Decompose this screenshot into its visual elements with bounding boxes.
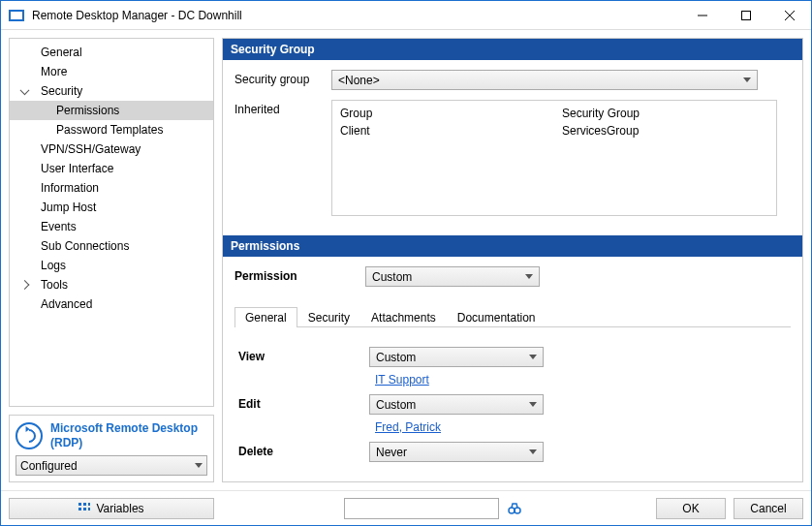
perm-view-value: Custom [376,351,416,364]
perm-edit-value: Custom [376,398,416,412]
connection-status-value: Configured [20,459,78,473]
perm-edit-who-link[interactable]: Fred, Patrick [369,420,544,434]
perm-edit-label: Edit [238,394,369,411]
tab-general[interactable]: General [234,307,297,327]
perm-edit-select[interactable]: Custom [369,394,544,415]
titlebar: Remote Desktop Manager - DC Downhill [1,1,811,30]
perm-delete-label: Delete [238,442,369,458]
perm-view-select[interactable]: Custom [369,347,544,367]
search-input[interactable] [344,498,499,519]
security-group-header: Security Group [223,39,802,60]
svg-rect-1 [741,11,750,19]
connection-status-select[interactable]: Configured [16,455,207,476]
nav-item-ui[interactable]: User Interface [10,159,213,178]
chevron-down-icon [195,463,203,468]
dialog-footer: Variables OK Cancel [1,490,811,525]
nav-item-general[interactable]: General [10,43,213,62]
perm-view-who-link[interactable]: IT Support [369,373,544,387]
chevron-down-icon [529,402,537,407]
search-button[interactable] [503,498,526,519]
app-icon [9,10,24,21]
variables-label: Variables [96,502,143,515]
chevron-down-icon [529,449,537,454]
nav-item-more[interactable]: More [10,62,213,81]
connection-info-panel: Microsoft Remote Desktop (RDP) Configure… [9,415,214,482]
maximize-button[interactable] [724,1,767,29]
cancel-button[interactable]: Cancel [734,498,803,519]
window-controls [680,1,811,29]
tab-attachments[interactable]: Attachments [360,307,447,327]
ok-button[interactable]: OK [656,498,726,519]
variables-button[interactable]: Variables [9,498,214,519]
security-group-select[interactable]: <None> [331,70,758,90]
nav-item-logs[interactable]: Logs [10,256,213,275]
grid-icon [78,503,90,514]
window-title: Remote Desktop Manager - DC Downhill [32,9,680,22]
nav-item-events[interactable]: Events [10,217,213,236]
svg-point-4 [509,508,515,513]
inherited-col2-header: Security Group [562,105,768,122]
connection-type-label: Microsoft Remote Desktop (RDP) [50,421,207,449]
nav-item-sub-connections[interactable]: Sub Connections [10,236,213,256]
binoculars-icon [508,502,521,515]
permissions-header: Permissions [223,235,802,257]
nav-item-tools[interactable]: Tools [10,275,213,294]
permission-label: Permission [234,266,365,283]
inherited-label: Inherited [234,100,331,116]
minimize-button[interactable] [680,1,724,29]
inherited-row-sg: ServicesGroup [562,122,768,139]
permission-tabs: General Security Attachments Documentati… [234,306,791,327]
nav-item-permissions[interactable]: Permissions [10,101,213,120]
nav-item-password-templates[interactable]: Password Templates [10,120,213,139]
chevron-down-icon [525,274,533,279]
nav-item-advanced[interactable]: Advanced [10,294,213,314]
tab-security[interactable]: Security [297,307,360,327]
inherited-col1-header: Group [340,105,547,122]
perm-view-label: View [238,347,369,363]
chevron-down-icon [743,77,751,82]
rdp-icon [16,422,43,449]
security-group-label: Security group [234,70,331,86]
permission-select[interactable]: Custom [365,266,540,287]
perm-delete-select[interactable]: Never [369,442,544,462]
nav-item-vpn[interactable]: VPN/SSH/Gateway [10,139,213,159]
chevron-down-icon [529,355,537,359]
tab-documentation[interactable]: Documentation [447,307,547,327]
nav-tree: General More Security Permissions Passwo… [9,38,214,407]
nav-item-security[interactable]: Security [10,81,213,101]
permission-value: Custom [372,270,412,284]
svg-point-5 [515,508,520,513]
inherited-table: Group Client Security Group ServicesGrou… [331,100,777,216]
security-group-value: <None> [338,74,380,87]
inherited-row-group: Client [340,122,547,139]
perm-delete-value: Never [376,446,407,459]
nav-item-jump-host[interactable]: Jump Host [10,198,213,217]
nav-item-information[interactable]: Information [10,178,213,198]
close-button[interactable] [767,1,811,29]
